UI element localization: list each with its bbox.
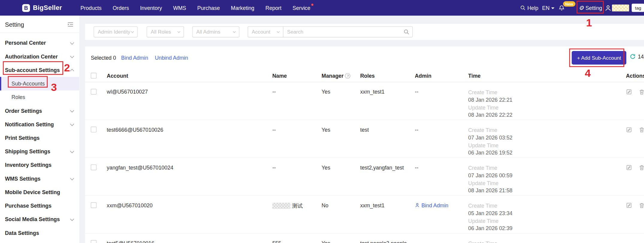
delete-icon[interactable] <box>639 202 644 210</box>
bigseller-logo-icon: B <box>22 4 30 12</box>
col-time: Time <box>468 70 616 82</box>
actions-cell <box>616 120 644 158</box>
language-label: EN <box>542 5 550 11</box>
search-input[interactable] <box>283 26 413 38</box>
row-checkbox[interactable] <box>91 202 96 208</box>
account-cell: xxm@U567010020 <box>107 202 153 208</box>
selected-count: Selected 0 <box>91 55 116 61</box>
chevron-down-icon <box>70 122 74 126</box>
row-checkbox[interactable] <box>91 126 96 132</box>
edit-icon[interactable] <box>626 88 632 96</box>
manager-cell: Yes <box>322 88 330 95</box>
create-time-label: Create Time <box>468 126 616 134</box>
sidebar-header: Setting <box>0 16 79 33</box>
sidebar-item-personal-center[interactable]: Personal Center <box>0 36 79 50</box>
sidebar-item-inventory-settings[interactable]: Inventory Settings <box>0 158 79 172</box>
search-type-select[interactable]: Account <box>248 26 283 38</box>
row-checkbox[interactable] <box>91 88 96 94</box>
sidebar-item-mobile-device-setting[interactable]: Mobile Device Setting <box>0 185 79 199</box>
person-icon <box>415 203 420 208</box>
help-label: Help <box>527 5 539 11</box>
delete-icon[interactable] <box>639 88 644 96</box>
table-row: test5@U567010016 555 Yes test,people2,pe… <box>85 233 644 243</box>
edit-icon[interactable] <box>626 202 632 210</box>
sidebar-item-sub-account-settings[interactable]: Sub-account Settings <box>0 63 79 77</box>
search-field <box>283 26 413 38</box>
all-admins-select[interactable]: All Admins <box>192 26 239 38</box>
add-sub-account-button[interactable]: + Add Sub-Account <box>572 51 627 64</box>
sub-accounts-panel: Selected 0 Bind Admin Unbind Admin + Add… <box>85 46 644 243</box>
manager-cell: Yes <box>322 240 330 243</box>
sidebar-title: Setting <box>5 21 24 28</box>
sidebar-item-label: Shipping Settings <box>5 148 50 155</box>
create-time-label: Create Time <box>468 164 616 172</box>
sidebar-item-label: Purchase Settings <box>5 203 51 209</box>
collapse-sidebar-icon[interactable] <box>67 22 74 27</box>
help-button[interactable]: Help <box>520 0 538 16</box>
edit-icon[interactable] <box>626 164 632 172</box>
chevron-down-icon <box>70 108 74 112</box>
select-value: All Roles <box>151 29 171 35</box>
sidebar-item-sub-accounts[interactable]: Sub-Accounts <box>0 77 79 90</box>
nav-purchase[interactable]: Purchase <box>197 5 220 11</box>
sidebar-item-shipping-settings[interactable]: Shipping Settings <box>0 145 79 158</box>
sidebar-item-label: Data Settings <box>5 230 39 236</box>
all-roles-select[interactable]: All Roles <box>147 26 184 38</box>
sidebar-item-wms-settings[interactable]: WMS Settings <box>0 172 79 185</box>
chevron-up-icon <box>70 69 74 73</box>
delete-icon[interactable] <box>639 164 644 172</box>
update-time-label: Update Time <box>468 217 616 225</box>
chevron-down-icon <box>277 30 280 33</box>
admin-cell: -- <box>415 126 418 133</box>
update-time-value: 06 Jan 2026 02:39 <box>468 225 616 232</box>
admin-cell: -- <box>415 88 418 95</box>
search-icon[interactable] <box>403 29 410 35</box>
help-circle-icon[interactable] <box>345 73 351 79</box>
time-cell: Create Time 07 Jan 2026 00:59 Update Tim… <box>468 158 616 195</box>
sidebar-item-purchase-settings[interactable]: Purchase Settings <box>0 199 79 212</box>
bind-admin-link[interactable]: Bind Admin <box>415 202 448 208</box>
nav-orders[interactable]: Orders <box>113 5 129 11</box>
update-time-value: 06 Jan 2026 19:52 <box>468 149 616 157</box>
edit-icon[interactable] <box>626 126 632 134</box>
sidebar-item-notification-setting[interactable]: Notification Setting <box>0 118 79 131</box>
language-selector[interactable]: EN <box>542 0 554 16</box>
setting-button[interactable]: Setting <box>579 0 602 16</box>
nav-products[interactable]: Products <box>81 5 102 11</box>
nav-marketing[interactable]: Marketing <box>231 5 254 11</box>
user-avatar[interactable] <box>604 0 611 16</box>
nav-report[interactable]: Report <box>266 5 281 11</box>
sidebar-item-order-settings[interactable]: Order Settings <box>0 104 79 118</box>
delete-icon[interactable] <box>639 126 644 134</box>
nav-service-label: Service <box>292 5 310 11</box>
select-value: Account <box>252 29 270 35</box>
nav-inventory[interactable]: Inventory <box>140 5 162 11</box>
tag-button[interactable]: tag <box>632 4 644 12</box>
time-cell: Create Time 08 Jan 2026 22:21 Update Tim… <box>468 82 616 120</box>
sidebar-item-roles[interactable]: Roles <box>0 91 79 104</box>
nav-wms[interactable]: WMS <box>173 5 186 11</box>
admin-identity-select[interactable]: Admin Identity <box>93 26 138 38</box>
actions-cell <box>616 82 644 120</box>
table-row: xxm@U567010020 测试 No xxm_test1 Bind Admi… <box>85 195 644 233</box>
row-checkbox[interactable] <box>91 240 96 243</box>
sidebar-menu: Personal Center Authorization Center Sub… <box>0 33 79 240</box>
bind-admin-action[interactable]: Bind Admin <box>121 55 148 61</box>
sidebar-item-data-settings[interactable]: Data Settings <box>0 226 79 240</box>
row-checkbox[interactable] <box>91 164 96 170</box>
col-name: Name <box>272 70 322 82</box>
sidebar-item-print-settings[interactable]: Print Settings <box>0 131 79 145</box>
table-row: test6666@U567010026 -- Yes test -- Creat… <box>85 120 644 158</box>
nav-service[interactable]: Service <box>292 5 310 11</box>
select-all-checkbox[interactable] <box>91 73 96 79</box>
manager-cell: Yes <box>322 164 330 171</box>
censored-username <box>612 4 629 11</box>
col-admin: Admin <box>415 70 468 82</box>
roles-cell: test <box>360 126 369 133</box>
main-nav: Products Orders Inventory WMS Purchase M… <box>81 0 310 16</box>
sidebar-item-authorization-center[interactable]: Authorization Center <box>0 50 79 63</box>
bigseller-app: B BigSeller Products Orders Inventory WM… <box>0 0 644 243</box>
sidebar-item-social-media-settings[interactable]: Social Media Settings <box>0 213 79 226</box>
brand[interactable]: B BigSeller <box>22 0 62 16</box>
unbind-admin-action[interactable]: Unbind Admin <box>155 55 188 61</box>
